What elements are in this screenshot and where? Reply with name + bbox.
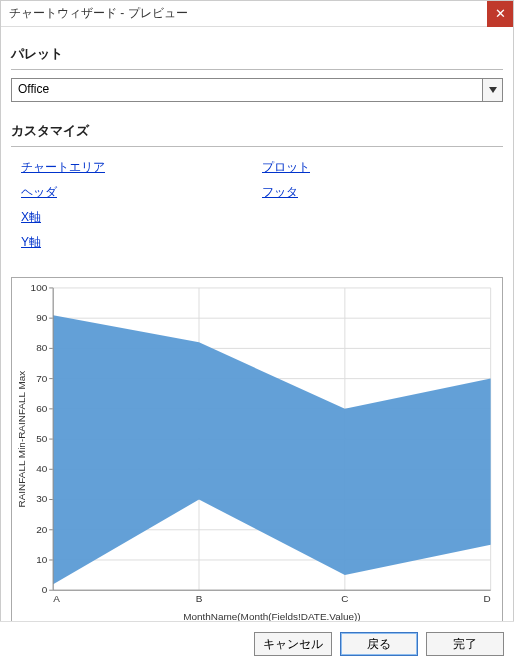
svg-text:50: 50 — [36, 433, 48, 444]
link-x-axis[interactable]: X軸 — [21, 209, 41, 226]
chart-preview: 0102030405060708090100ABCDMonthName(Mont… — [11, 277, 503, 627]
svg-text:40: 40 — [36, 463, 48, 474]
palette-select-value: Office — [12, 79, 482, 101]
finish-button[interactable]: 完了 — [426, 632, 504, 656]
close-icon: ✕ — [495, 6, 506, 21]
link-plot[interactable]: プロット — [262, 159, 310, 176]
svg-text:70: 70 — [36, 373, 48, 384]
palette-select-dropdown-button[interactable] — [482, 79, 502, 101]
back-button[interactable]: 戻る — [340, 632, 418, 656]
customize-links: チャートエリア ヘッダ X軸 Y軸 プロット フッタ — [11, 155, 503, 261]
customize-links-left: チャートエリア ヘッダ X軸 Y軸 — [21, 159, 262, 251]
titlebar: チャートウィザード - プレビュー ✕ — [1, 1, 513, 27]
chart-svg: 0102030405060708090100ABCDMonthName(Mont… — [12, 278, 502, 626]
svg-text:80: 80 — [36, 342, 48, 353]
cancel-button[interactable]: キャンセル — [254, 632, 332, 656]
svg-text:B: B — [196, 593, 203, 604]
link-footer[interactable]: フッタ — [262, 184, 298, 201]
svg-text:C: C — [341, 593, 348, 604]
svg-text:90: 90 — [36, 312, 48, 323]
svg-text:RAINFALL Min-RAINFALL Max: RAINFALL Min-RAINFALL Max — [16, 371, 27, 508]
window-title: チャートウィザード - プレビュー — [9, 5, 188, 22]
dialog-footer: キャンセル 戻る 完了 — [0, 621, 514, 666]
palette-select[interactable]: Office — [11, 78, 503, 102]
link-header[interactable]: ヘッダ — [21, 184, 57, 201]
svg-text:20: 20 — [36, 524, 48, 535]
svg-text:10: 10 — [36, 554, 48, 565]
svg-text:60: 60 — [36, 403, 48, 414]
link-chart-area[interactable]: チャートエリア — [21, 159, 105, 176]
customize-section-title: カスタマイズ — [11, 114, 503, 147]
chevron-down-icon — [489, 87, 497, 93]
svg-text:A: A — [53, 593, 60, 604]
svg-text:0: 0 — [42, 584, 48, 595]
svg-text:30: 30 — [36, 494, 48, 505]
link-y-axis[interactable]: Y軸 — [21, 234, 41, 251]
palette-section-title: パレット — [11, 37, 503, 70]
svg-text:D: D — [483, 593, 490, 604]
customize-links-right: プロット フッタ — [262, 159, 503, 251]
svg-text:100: 100 — [31, 282, 48, 293]
close-button[interactable]: ✕ — [487, 1, 513, 27]
